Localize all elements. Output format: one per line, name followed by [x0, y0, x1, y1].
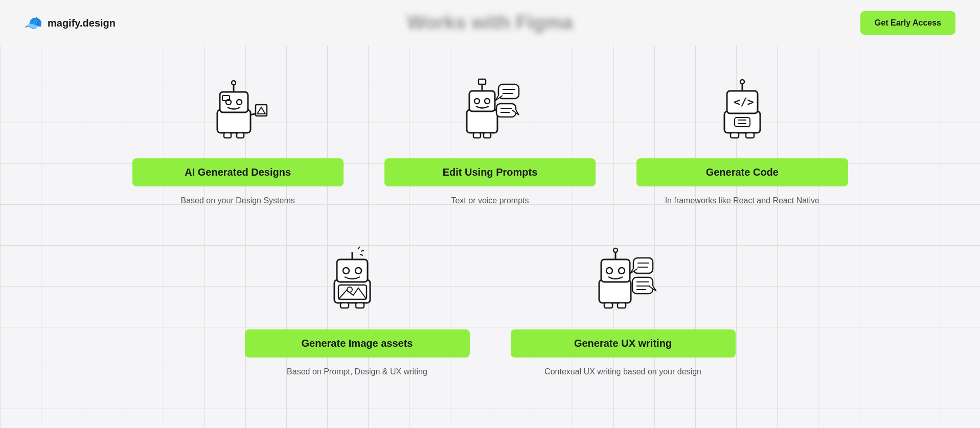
svg-line-42	[361, 250, 364, 251]
svg-point-15	[485, 99, 490, 104]
edit-prompts-label: Edit Using Prompts	[384, 158, 596, 186]
svg-rect-48	[599, 280, 631, 303]
image-assets-desc: Based on Prompt, Design & UX writing	[287, 366, 427, 378]
edit-prompts-icon	[457, 74, 523, 140]
svg-point-39	[355, 268, 361, 274]
feature-card-ux-writing: Generate UX writing Contexual UX writing…	[511, 237, 736, 378]
main-content: AI Generated Designs Based on your Desig…	[0, 46, 980, 409]
image-assets-icon	[324, 245, 391, 312]
features-top-grid: AI Generated Designs Based on your Desig…	[132, 66, 848, 207]
edit-prompts-desc: Text or voice prompts	[451, 195, 529, 207]
svg-rect-61	[604, 303, 612, 308]
generate-code-icon: </>	[709, 74, 776, 140]
svg-point-51	[619, 268, 625, 274]
svg-rect-32	[746, 133, 754, 138]
svg-rect-12	[467, 110, 497, 133]
ai-generated-icon	[204, 74, 271, 140]
feature-card-image-assets: Generate Image assets Based on Prompt, D…	[245, 237, 470, 378]
svg-point-5	[232, 81, 236, 85]
generate-code-desc: In frameworks like React and React Nativ…	[665, 195, 819, 207]
header: 🧢 magify.design Works with Figma Get Ear…	[0, 0, 980, 46]
ux-writing-label: Generate UX writing	[511, 329, 736, 358]
feature-card-generate-code: </> Generate Code In frameworks like Rea…	[636, 66, 848, 207]
features-bottom-grid: Generate Image assets Based on Prompt, D…	[245, 237, 736, 378]
logo-area: 🧢 magify.design	[25, 15, 116, 32]
svg-rect-44	[338, 285, 367, 299]
svg-rect-54	[633, 258, 653, 273]
svg-rect-17	[478, 79, 486, 84]
header-tagline: Works with Figma	[407, 12, 573, 34]
svg-line-43	[360, 254, 363, 255]
svg-rect-62	[618, 303, 626, 308]
generate-code-label: Generate Code	[636, 158, 848, 186]
ux-writing-icon-area	[590, 237, 656, 319]
generate-code-icon-area: </>	[709, 66, 776, 148]
image-assets-icon-area	[324, 237, 391, 319]
svg-point-30	[740, 80, 744, 84]
svg-text:</>: </>	[734, 96, 754, 108]
svg-rect-0	[217, 110, 250, 133]
svg-point-38	[343, 268, 349, 274]
svg-rect-46	[340, 303, 349, 308]
svg-rect-25	[484, 133, 491, 138]
feature-card-edit-prompts: Edit Using Prompts Text or voice prompts	[384, 66, 596, 207]
ux-writing-icon	[590, 245, 656, 312]
ai-generated-desc: Based on your Design Systems	[181, 195, 295, 207]
feature-card-ai-generated: AI Generated Designs Based on your Desig…	[132, 66, 344, 207]
svg-rect-47	[356, 303, 364, 308]
svg-point-50	[606, 268, 612, 274]
get-early-access-button[interactable]: Get Early Access	[860, 11, 955, 35]
header-center-blurred: Works with Figma	[407, 12, 573, 34]
logo-icon: 🧢	[25, 15, 42, 32]
svg-rect-10	[224, 133, 231, 138]
svg-rect-24	[473, 133, 481, 138]
logo-text: magify.design	[48, 17, 116, 29]
ai-generated-icon-area	[204, 66, 271, 148]
svg-point-53	[613, 248, 618, 252]
svg-line-41	[358, 247, 360, 249]
svg-rect-31	[731, 133, 739, 138]
ux-writing-desc: Contexual UX writing based on your desig…	[544, 366, 701, 378]
image-assets-label: Generate Image assets	[245, 329, 470, 358]
svg-rect-11	[237, 133, 244, 138]
svg-rect-33	[735, 117, 750, 127]
ai-generated-label: AI Generated Designs	[132, 158, 344, 186]
svg-point-14	[474, 99, 480, 104]
svg-point-3	[237, 100, 242, 105]
edit-prompts-icon-area	[457, 66, 523, 148]
